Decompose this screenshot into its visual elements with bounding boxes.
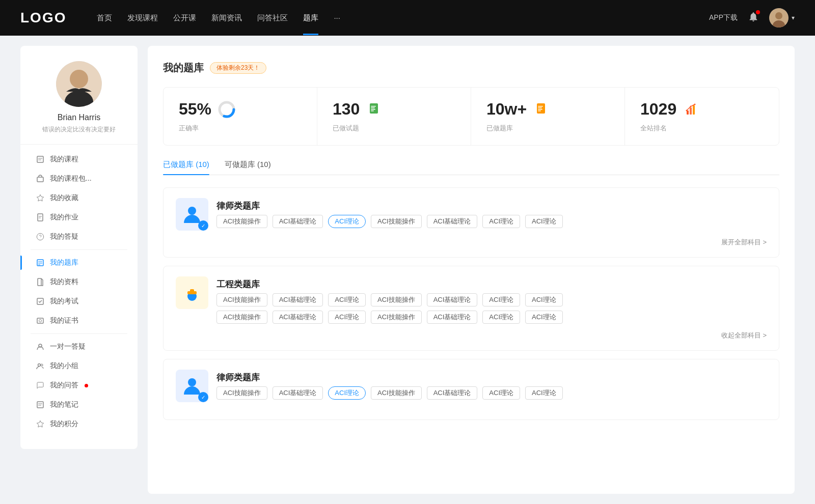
stat-accuracy-label: 正确率 (179, 124, 302, 133)
eng-tag-r2-4[interactable]: ACI技能操作 (371, 311, 422, 324)
bank-title-lawyer-1: 律师类题库 ACI技能操作 ACI基础理论 ACI理论 ACI技能操作 ACI基… (216, 198, 563, 228)
eng-tag-r2-6[interactable]: ACI理论 (482, 311, 520, 324)
sidebar-label-package: 我的课程包... (50, 174, 92, 183)
profile-name: Brian Harris (58, 113, 100, 122)
tab-available-banks[interactable]: 可做题库 (10) (225, 160, 271, 175)
eng-tag-2[interactable]: ACI基础理论 (273, 293, 323, 306)
lawyer2-tag-2[interactable]: ACI基础理论 (273, 386, 323, 400)
checkmark-icon-2: ✓ (198, 392, 208, 402)
lawyer2-tag-6[interactable]: ACI理论 (482, 386, 520, 400)
bank-icon (36, 258, 45, 267)
nav-opencourse[interactable]: 公开课 (173, 13, 196, 23)
svg-rect-20 (38, 278, 41, 286)
eng-tag-r2-1[interactable]: ACI技能操作 (216, 311, 267, 324)
svg-rect-40 (538, 109, 542, 110)
stats-row: 55% 正确率 130 (163, 87, 779, 146)
nav-more[interactable]: ··· (334, 13, 340, 23)
app-download-link[interactable]: APP下载 (709, 13, 738, 22)
checkmark-icon-1: ✓ (198, 220, 208, 231)
trial-badge: 体验剩余23天！ (210, 62, 266, 74)
eng-tag-4[interactable]: ACI技能操作 (371, 293, 422, 306)
collapse-button-engineer[interactable]: 收起全部科目 > (721, 331, 767, 340)
nav-home[interactable]: 首页 (97, 13, 112, 23)
bank-card-lawyer-2: ✓ 律师类题库 ACI技能操作 ACI基础理论 ACI理论 ACI技能操作 AC… (163, 359, 779, 420)
lawyer2-tag-7[interactable]: ACI理论 (525, 386, 563, 400)
logo[interactable]: LOGO (20, 10, 66, 26)
sidebar-item-group[interactable]: 我的小组 (20, 356, 138, 376)
lawyer2-tag-3-active[interactable]: ACI理论 (328, 386, 366, 400)
sidebar-label-tutor: 一对一答疑 (50, 342, 86, 351)
stat-banks-top: 10w+ (486, 100, 609, 119)
eng-tag-r2-2[interactable]: ACI基础理论 (273, 311, 323, 324)
sidebar-label-cert: 我的证书 (50, 316, 78, 325)
stat-done-banks: 10w+ 已做题库 (471, 88, 625, 145)
expand-button-1[interactable]: 展开全部科目 > (721, 238, 767, 247)
svg-rect-27 (37, 402, 43, 408)
lawyer2-tag-4[interactable]: ACI技能操作 (371, 386, 422, 400)
sidebar-item-myqa[interactable]: 我的问答 (20, 376, 138, 395)
nav-news[interactable]: 新闻资讯 (211, 13, 242, 23)
bank-card-lawyer-1-header: ✓ 律师类题库 ACI技能操作 ACI基础理论 ACI理论 ACI技能操作 AC… (176, 198, 767, 231)
tag-aci-theory-2[interactable]: ACI理论 (482, 215, 520, 228)
eng-tag-r2-3[interactable]: ACI理论 (328, 311, 366, 324)
page-title: 我的题库 (163, 61, 204, 75)
donut-chart (218, 100, 236, 119)
lawyer2-tag-1[interactable]: ACI技能操作 (216, 386, 267, 400)
svg-rect-9 (37, 177, 43, 182)
sidebar-item-qa[interactable]: 我的答疑 (20, 227, 138, 246)
svg-rect-41 (538, 110, 541, 111)
tag-aci-basic-2[interactable]: ACI基础理论 (427, 215, 478, 228)
sidebar-item-notes[interactable]: 我的笔记 (20, 395, 138, 414)
sidebar-label-exam: 我的考试 (50, 297, 78, 306)
svg-rect-35 (371, 109, 375, 110)
bank-tags-engineer-row2: ACI技能操作 ACI基础理论 ACI理论 ACI技能操作 ACI基础理论 AC… (216, 311, 767, 324)
tag-aci-skill-2[interactable]: ACI技能操作 (371, 215, 422, 228)
question-icon (36, 232, 45, 241)
sidebar-label-notes: 我的笔记 (50, 400, 78, 409)
tag-aci-theory-1-active[interactable]: ACI理论 (328, 215, 366, 228)
notification-bell[interactable] (748, 11, 759, 24)
sidebar-item-exam[interactable]: 我的考试 (20, 292, 138, 311)
nav-qa[interactable]: 问答社区 (257, 13, 288, 23)
tag-aci-basic-1[interactable]: ACI基础理论 (273, 215, 323, 228)
user-avatar-dropdown[interactable]: ▾ (769, 8, 795, 27)
unread-dot (85, 384, 88, 387)
sidebar-item-package[interactable]: 我的课程包... (20, 169, 138, 188)
sidebar-item-bank[interactable]: 我的题库 (20, 253, 138, 272)
sidebar-label-course: 我的课程 (50, 155, 78, 164)
eng-tag-5[interactable]: ACI基础理论 (427, 293, 478, 306)
eng-tag-1[interactable]: ACI技能操作 (216, 293, 267, 306)
svg-point-26 (41, 364, 43, 366)
eng-tag-r2-7[interactable]: ACI理论 (525, 311, 563, 324)
tag-aci-theory-3[interactable]: ACI理论 (525, 215, 563, 228)
sidebar-item-points[interactable]: 我的积分 (20, 414, 138, 434)
tag-aci-skill-1[interactable]: ACI技能操作 (216, 215, 267, 228)
eng-tag-r2-5[interactable]: ACI基础理论 (427, 311, 478, 324)
svg-point-1 (775, 12, 782, 19)
nav-discover[interactable]: 发现课程 (127, 13, 158, 23)
stat-done-questions: 130 已做试题 (317, 88, 471, 145)
sidebar-item-data[interactable]: 我的资料 (20, 272, 138, 292)
bank-tags-lawyer-1: ACI技能操作 ACI基础理论 ACI理论 ACI技能操作 ACI基础理论 AC… (216, 215, 563, 228)
svg-point-14 (37, 233, 43, 240)
points-icon (36, 419, 45, 429)
eng-tag-6[interactable]: ACI理论 (482, 293, 520, 306)
sidebar-item-tutor[interactable]: 一对一答疑 (20, 337, 138, 356)
sidebar-menu: 我的课程 我的课程包... 我的收藏 我的作业 (20, 145, 138, 439)
svg-rect-34 (371, 107, 375, 108)
sidebar-item-homework[interactable]: 我的作业 (20, 208, 138, 227)
nav-bank[interactable]: 题库 (303, 13, 318, 23)
navbar-right: APP下载 ▾ (709, 8, 795, 27)
main-layout: Brian Harris 错误的决定比没有决定要好 我的课程 我的课程包... (10, 36, 805, 504)
lawyer2-tag-5[interactable]: ACI基础理论 (427, 386, 478, 400)
file-icon (36, 277, 45, 287)
sidebar-item-favorites[interactable]: 我的收藏 (20, 188, 138, 208)
sidebar-item-cert[interactable]: 我的证书 (20, 311, 138, 330)
eng-tag-7[interactable]: ACI理论 (525, 293, 563, 306)
sidebar-item-course[interactable]: 我的课程 (20, 150, 138, 169)
eng-tag-3[interactable]: ACI理论 (328, 293, 366, 306)
page-header: 我的题库 体验剩余23天！ (163, 61, 779, 75)
stat-accuracy-value: 55% (179, 100, 211, 119)
chevron-down-icon: ▾ (792, 14, 795, 21)
tab-done-banks[interactable]: 已做题库 (10) (163, 160, 209, 175)
